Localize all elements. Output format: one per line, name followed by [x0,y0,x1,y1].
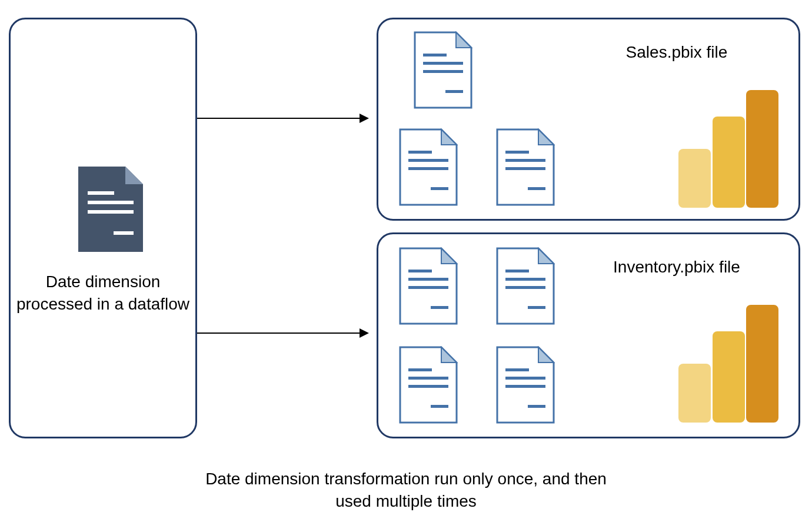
svg-rect-48 [505,377,545,380]
arrow-to-inventory [197,333,368,334]
svg-marker-46 [538,347,554,363]
svg-rect-50 [528,405,545,408]
svg-rect-31 [408,286,448,289]
svg-rect-3 [88,201,134,204]
diagram-caption: Date dimension transformation run only o… [200,468,612,513]
svg-rect-44 [431,405,448,408]
svg-rect-38 [528,306,545,309]
svg-rect-15 [408,159,448,162]
svg-rect-22 [505,167,545,170]
svg-rect-21 [505,159,545,162]
svg-rect-5 [114,231,134,235]
svg-rect-25 [713,117,745,208]
document-solid-icon [78,167,143,252]
svg-rect-29 [408,270,432,272]
document-outline-icon [399,247,458,325]
svg-rect-4 [88,210,134,214]
svg-rect-26 [678,149,711,208]
svg-rect-35 [505,270,529,272]
svg-rect-41 [408,368,432,371]
svg-rect-2 [88,191,114,195]
document-outline-icon [496,346,555,424]
dataflow-label: Date dimension processed in a dataflow [9,271,197,315]
powerbi-icon [678,305,778,423]
inventory-label: Inventory.pbix file [588,256,765,278]
svg-rect-10 [423,70,463,73]
document-outline-icon [399,128,458,206]
document-outline-icon [399,346,458,424]
svg-marker-28 [441,248,457,264]
svg-rect-30 [408,278,448,281]
svg-rect-52 [713,331,745,423]
svg-rect-11 [445,90,463,93]
svg-rect-24 [746,90,778,208]
svg-rect-8 [423,54,447,56]
dataflow-box [9,18,197,438]
svg-marker-1 [125,167,143,184]
document-outline-icon [414,31,472,109]
svg-rect-36 [505,278,545,281]
svg-rect-32 [431,306,448,309]
svg-marker-19 [538,129,554,145]
svg-rect-14 [408,151,432,154]
svg-rect-43 [408,385,448,388]
svg-marker-40 [441,347,457,363]
svg-rect-49 [505,385,545,388]
svg-rect-42 [408,377,448,380]
svg-marker-34 [538,248,554,264]
svg-marker-7 [456,32,471,48]
sales-label: Sales.pbix file [600,41,753,64]
document-outline-icon [496,128,555,206]
arrow-to-sales [197,118,368,119]
svg-marker-13 [441,129,457,145]
svg-rect-23 [528,187,545,190]
powerbi-icon [678,90,778,208]
svg-rect-53 [678,364,711,423]
svg-rect-51 [746,305,778,423]
document-outline-icon [496,247,555,325]
svg-rect-20 [505,151,529,154]
svg-rect-37 [505,286,545,289]
svg-rect-47 [505,368,529,371]
svg-rect-16 [408,167,448,170]
svg-rect-9 [423,62,463,65]
svg-rect-17 [431,187,448,190]
